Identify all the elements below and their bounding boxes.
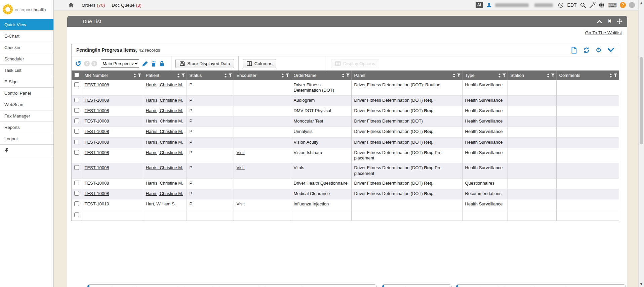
sidebar-item-quick-view[interactable]: Quick View	[0, 19, 53, 31]
sidebar-item-webscan[interactable]: WebScan	[0, 99, 53, 110]
patient-link[interactable]: Harris, Christine M.	[146, 118, 183, 124]
user-icon[interactable]	[486, 2, 492, 8]
sort-icon[interactable]	[342, 74, 345, 78]
encounter-visit-link[interactable]: Visit	[237, 201, 245, 206]
row-checkbox[interactable]	[74, 108, 79, 113]
mr-number-link[interactable]: TEST-10008	[85, 98, 109, 103]
sidebar-item-logout[interactable]: Logout	[0, 133, 53, 145]
filter-icon[interactable]	[229, 74, 232, 78]
column-header-status[interactable]: Status	[187, 70, 234, 80]
close-icon[interactable]: ✖	[607, 19, 612, 24]
search-icon[interactable]	[580, 2, 586, 8]
sidebar-item-fax-manager[interactable]: Fax Manager	[0, 110, 53, 122]
go-to-waitlist-link[interactable]: Go To The Waitlist	[585, 30, 622, 35]
home-icon[interactable]	[68, 2, 74, 8]
filter-icon[interactable]	[502, 74, 506, 78]
avatar[interactable]	[629, 2, 635, 8]
lock-perspective-icon[interactable]	[159, 60, 165, 67]
mr-number-link[interactable]: TEST-10008	[85, 118, 109, 124]
encounter-visit-link[interactable]: Visit	[237, 150, 245, 155]
column-header-station[interactable]: Station	[508, 70, 556, 80]
patient-link[interactable]: Harris, Christine M.	[146, 129, 183, 134]
column-header-mr-number[interactable]: MR Number	[82, 70, 143, 80]
gear-icon[interactable]: ⚙	[596, 47, 602, 53]
row-checkbox[interactable]	[74, 212, 79, 217]
ai-badge[interactable]: AI	[476, 2, 483, 8]
sidebar-item-e-sign[interactable]: E-Sign	[0, 76, 53, 88]
topnav-link-doc-queue[interactable]: Doc Queue(3)	[112, 3, 142, 8]
globe-icon[interactable]	[599, 2, 605, 8]
filter-icon[interactable]	[614, 74, 617, 78]
topnav-link-orders[interactable]: Orders(70)	[82, 3, 105, 8]
new-document-icon[interactable]	[571, 47, 577, 54]
mr-number-link[interactable]: TEST-10008	[85, 181, 109, 186]
sidebar-item-checkin[interactable]: Checkin	[0, 42, 53, 53]
select-all-checkbox[interactable]	[74, 73, 79, 77]
sort-icon[interactable]	[547, 74, 550, 78]
sidebar-item-e-chart[interactable]: E-Chart	[0, 31, 53, 42]
filter-icon[interactable]	[286, 74, 289, 78]
collapse-icon[interactable]	[597, 19, 602, 24]
due-list-titlebar[interactable]: Due List ✖	[67, 16, 627, 27]
sort-icon[interactable]	[133, 74, 136, 78]
row-checkbox[interactable]	[74, 82, 79, 87]
move-icon[interactable]	[617, 18, 622, 24]
mr-number-link[interactable]: TEST-10008	[85, 150, 109, 155]
sort-icon[interactable]	[609, 74, 612, 78]
mr-number-link[interactable]: TEST-10019	[85, 201, 109, 206]
sort-icon[interactable]	[281, 74, 284, 78]
column-header-encounter[interactable]: Encounter	[234, 70, 291, 80]
column-header-type[interactable]: Type	[462, 70, 508, 80]
enterprise-health-logo[interactable]: enterprisehealth	[0, 0, 53, 19]
mr-number-link[interactable]: TEST-10008	[85, 191, 109, 196]
mr-number-link[interactable]: TEST-10008	[85, 165, 109, 170]
scroll-down-arrow[interactable]: ▼	[639, 282, 644, 286]
patient-link[interactable]: Harris, Christine M.	[146, 98, 183, 103]
column-header-panel[interactable]: Panel	[351, 70, 462, 80]
column-header-ordername[interactable]: OrderName	[291, 70, 351, 80]
sort-icon[interactable]	[453, 74, 455, 78]
user-name-redacted[interactable]	[495, 3, 529, 7]
filter-icon[interactable]	[551, 74, 555, 78]
row-checkbox[interactable]	[74, 165, 79, 170]
column-header-patient[interactable]: Patient	[143, 70, 187, 80]
clock-icon[interactable]	[558, 2, 564, 8]
sort-icon[interactable]	[177, 74, 180, 78]
row-checkbox[interactable]	[74, 181, 79, 185]
row-checkbox[interactable]	[74, 201, 79, 206]
sidebar-item-scheduler[interactable]: Scheduler	[0, 53, 53, 65]
patient-link[interactable]: Harris, Christine M.	[146, 191, 183, 196]
perspective-select[interactable]: Main Perspective	[101, 59, 139, 68]
chevron-down-icon[interactable]	[607, 48, 614, 52]
patient-link[interactable]: Harris, Christine M.	[146, 150, 183, 155]
mr-number-link[interactable]: TEST-10008	[85, 108, 109, 113]
row-checkbox[interactable]	[74, 98, 79, 102]
patient-link[interactable]: Harris, Christine M.	[146, 181, 183, 186]
filter-icon[interactable]	[457, 74, 461, 78]
row-checkbox[interactable]	[74, 118, 79, 123]
store-displayed-data-button[interactable]: Store Displayed Data	[175, 59, 234, 68]
patient-link[interactable]: Harris, Christine M.	[146, 140, 183, 145]
sidebar-pin-button[interactable]	[0, 145, 53, 156]
row-checkbox[interactable]	[74, 140, 79, 144]
refresh-icon[interactable]	[583, 47, 590, 54]
patient-link[interactable]: Hart, William S.	[146, 201, 176, 206]
row-checkbox[interactable]	[74, 129, 79, 134]
row-checkbox[interactable]	[74, 191, 79, 196]
filter-icon[interactable]	[138, 74, 142, 78]
scroll-up-arrow[interactable]: ▲	[639, 1, 644, 5]
row-checkbox[interactable]	[74, 150, 79, 155]
help-icon[interactable]: ?	[620, 2, 626, 8]
keyboard-icon[interactable]: ⌨	[608, 2, 617, 8]
sidebar-item-control-panel[interactable]: Control Panel	[0, 88, 53, 99]
vertical-scrollbar-thumb[interactable]	[640, 57, 643, 144]
sort-icon[interactable]	[224, 74, 227, 78]
undo-icon[interactable]: ↺	[75, 60, 81, 67]
sidebar-item-task-list[interactable]: Task List	[0, 65, 53, 76]
edit-perspective-icon[interactable]	[142, 60, 148, 67]
sidebar-item-reports[interactable]: Reports	[0, 122, 53, 133]
patient-link[interactable]: Harris, Christine M.	[146, 165, 183, 170]
sort-icon[interactable]	[498, 74, 501, 78]
mr-number-link[interactable]: TEST-10008	[85, 129, 109, 134]
column-header-comments[interactable]: Comments	[556, 70, 619, 80]
